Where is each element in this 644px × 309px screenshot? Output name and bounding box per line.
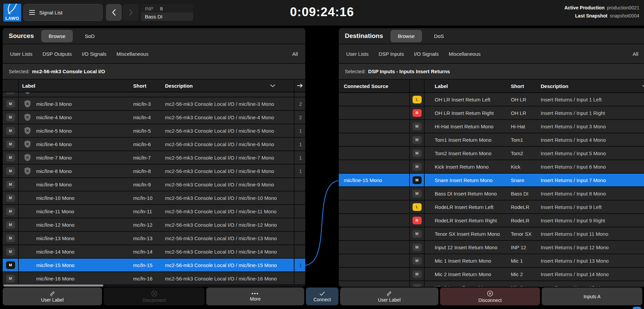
source-label: mic/line-3 Mono — [36, 97, 133, 110]
connected-source — [339, 241, 410, 254]
filter-user-lists[interactable]: User Lists — [346, 51, 369, 57]
source-row[interactable]: Mmic/line-10 Monomc/ln-10mc2-56-mk3 Cons… — [3, 191, 305, 205]
tab-sources-browse[interactable]: Browse — [41, 30, 73, 42]
more-button[interactable]: ••• More — [206, 288, 304, 305]
timecode: 0:09:24:16 — [290, 5, 354, 19]
source-label: mic/line-4 Mono — [36, 111, 133, 124]
filter-io-signals[interactable]: I/O Signals — [414, 51, 438, 57]
destination-description: Insert Returns / Input 4 Mono — [539, 133, 644, 146]
filter-user-lists[interactable]: User Lists — [10, 51, 33, 57]
source-description: mc2-56-mk3 Console Local I/O / mic/line-… — [165, 259, 294, 271]
col-description-header[interactable]: Description — [165, 83, 294, 89]
source-row[interactable]: Mmic/line-2 Monomic/ln-2mc2-56-mk3 Conso… — [3, 92, 305, 97]
source-label: mic/line-5 Mono — [36, 124, 133, 137]
destination-row[interactable]: MHi-Hat Insert Return MonoHi-HatInsert R… — [339, 120, 644, 133]
disconnect-button-sources[interactable]: Disconnect — [104, 288, 205, 305]
col-label-header[interactable]: Label — [19, 83, 133, 89]
filter-all[interactable]: All — [633, 51, 638, 57]
source-row[interactable]: Mmic/line-11 Monomc/ln-11mc2-56-mk3 Cons… — [3, 205, 305, 218]
goto-destination-arrow[interactable] — [294, 80, 305, 92]
connection-count — [294, 272, 305, 284]
source-row[interactable]: Mmic/line-13 Monomc/ln-13mc2-56-mk3 Cons… — [3, 232, 305, 245]
mono-badge-cell: R — [410, 214, 425, 227]
source-row[interactable]: Mmic/line-14 Monomc/ln-14mc2-56-mk3 Cons… — [3, 245, 305, 259]
connect-button[interactable]: Connect — [306, 288, 338, 305]
filter-dsp-outputs[interactable]: DSP Outputs — [43, 51, 72, 57]
source-short: mic/ln-8 — [133, 165, 165, 177]
destination-description: Insert Returns / Input 11 Mono — [539, 227, 644, 240]
source-label: mic/line-11 Mono — [36, 205, 133, 218]
col-short-header[interactable]: Short — [133, 83, 165, 89]
chevron-down-icon[interactable] — [642, 85, 644, 88]
destination-row[interactable]: MMic 1 Insert Return MonoMic 1Insert Ret… — [339, 254, 644, 268]
destination-row[interactable]: MTom2 Insert Return MonoTom2Insert Retur… — [339, 147, 644, 160]
connection-count: 2 — [294, 111, 305, 124]
source-row[interactable]: Mmic/line-6 Monomic/ln-6mc2-56-mk3 Conso… — [3, 138, 305, 151]
chevron-right-icon — [128, 8, 133, 16]
source-row[interactable]: Mmic/line-15 Monomc/ln-15mc2-56-mk3 Cons… — [3, 259, 305, 272]
forward-button[interactable] — [123, 4, 139, 21]
destination-description: Insert Returns / Input 9 Left — [539, 201, 644, 213]
connected-source — [339, 187, 410, 200]
destination-row[interactable]: LOH LR Insert Return LeftOH LRInsert Ret… — [339, 93, 644, 106]
filter-dsp-inputs[interactable]: DSP Inputs — [379, 51, 404, 57]
mono-badge-cell: M — [3, 259, 19, 271]
source-label: mic/line-9 Mono — [36, 178, 133, 191]
col-description-header[interactable]: Description — [539, 83, 644, 89]
filter-io-signals[interactable]: I/O Signals — [82, 51, 106, 57]
back-button[interactable] — [106, 4, 122, 21]
destination-row[interactable]: mic/line-15 MonoMSnare Insert Return Mon… — [339, 174, 644, 187]
destination-row[interactable]: RRodeLR Insert Return RightRodeLRInsert … — [339, 214, 644, 227]
col-connected-source-header[interactable]: Connected Source — [339, 80, 410, 92]
destination-row[interactable]: MTom1 Insert Return MonoTom1Insert Retur… — [339, 133, 644, 147]
disconnect-button-destinations[interactable]: Disconnect — [440, 288, 540, 305]
chevron-down-icon[interactable] — [270, 84, 276, 87]
user-label-button-destinations[interactable]: User Label — [340, 288, 438, 305]
sources-selected-bar: Selected: mc2-56-mk3 Console Local I/O — [3, 64, 305, 80]
sources-hscrollbar-thumb[interactable] — [3, 284, 103, 286]
destination-label: OH LR Insert Return Right — [425, 106, 511, 119]
source-row[interactable]: Mmic/line-12 Monomc/ln-12mc2-56-mk3 Cons… — [3, 218, 305, 232]
source-row[interactable]: Mmic/line-16 Monomc/ln-16mc2-56-mk3 Cons… — [3, 272, 305, 284]
source-row[interactable]: Mmic/line-3 Monomic/ln-3mc2-56-mk3 Conso… — [3, 97, 305, 111]
mono-badge-cell: M — [410, 133, 425, 146]
destination-row[interactable]: MMic 3 Insert Return MonoMic 3Insert Ret… — [339, 281, 644, 286]
destination-row[interactable]: MInput 12 Insert Return MonoINP 12Insert… — [339, 241, 644, 254]
col-short-header[interactable]: Short — [511, 83, 539, 89]
mono-badge-cell: M — [3, 97, 19, 110]
destination-row[interactable]: MMic 2 Insert Return MonoMic 2Insert Ret… — [339, 268, 644, 281]
signal-list-button[interactable]: Signal List — [23, 4, 103, 21]
protect-icon-cell — [19, 138, 36, 150]
sources-hscrollbar[interactable] — [3, 284, 305, 287]
filter-miscellaneous[interactable]: Miscellaneous — [116, 51, 148, 57]
destination-label: Mic 2 Insert Return Mono — [425, 268, 511, 280]
user-label-button-sources[interactable]: User Label — [3, 288, 102, 305]
col-label-header[interactable]: Label — [425, 83, 511, 89]
tab-destinations-browse[interactable]: Browse — [390, 30, 422, 42]
destination-row[interactable]: MTenor SX Insert Return MonoTenor SXInse… — [339, 227, 644, 241]
source-row[interactable]: Mmic/line-9 Monomic/ln-9mc2-56-mk3 Conso… — [3, 178, 305, 191]
destination-row[interactable]: ROH LR Insert Return RightOH LRInsert Re… — [339, 106, 644, 120]
destination-row[interactable]: LRodeLR Insert Return LeftRodeLRInsert R… — [339, 201, 644, 214]
source-label: mic/line-14 Mono — [36, 245, 133, 258]
channel-display[interactable]: INP 8 Bass DI — [141, 4, 193, 21]
filter-all[interactable]: All — [292, 51, 298, 57]
source-row[interactable]: Mmic/line-5 Monomic/ln-5mc2-56-mk3 Conso… — [3, 124, 305, 138]
tab-sources-sod[interactable]: SoD — [77, 30, 102, 42]
source-short: mic/ln-5 — [133, 124, 165, 137]
filter-miscellaneous[interactable]: Miscellaneous — [449, 51, 481, 57]
sources-filter-bar: User Lists DSP Outputs I/O Signals Misce… — [3, 44, 305, 64]
production-info: Active Productionproduction0021 Last Sna… — [565, 4, 639, 20]
notification-dot[interactable] — [633, 307, 641, 309]
source-description: mc2-56-mk3 Console Local I/O / mic/line-… — [165, 97, 294, 110]
destination-row[interactable]: MBass DI Insert Return MonoBass DIInsert… — [339, 187, 644, 201]
inputs-a-button[interactable]: Inputs A — [542, 288, 642, 305]
tab-destinations-dos[interactable]: DoS — [427, 30, 451, 42]
destination-row[interactable]: MKick Insert Return MonoKickInsert Retur… — [339, 160, 644, 174]
source-row[interactable]: Mmic/line-7 Monomic/ln-7mc2-56-mk3 Conso… — [3, 151, 305, 165]
lawo-wordmark: LAWO — [3, 16, 21, 21]
source-label: mic/line-13 Mono — [36, 232, 133, 245]
arrow-right-icon — [297, 83, 303, 88]
source-row[interactable]: Mmic/line-4 Monomic/ln-4mc2-56-mk3 Conso… — [3, 111, 305, 124]
source-row[interactable]: Mmic/line-8 Monomic/ln-8mc2-56-mk3 Conso… — [3, 165, 305, 178]
